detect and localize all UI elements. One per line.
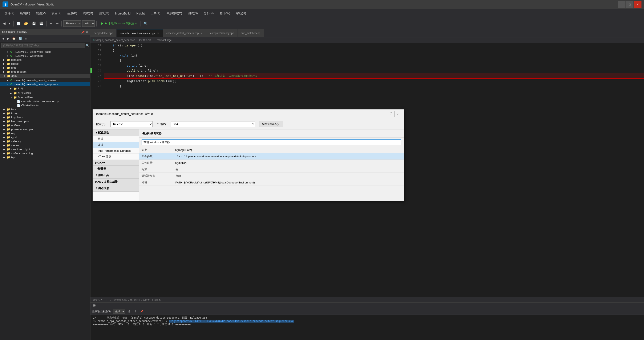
menu-tools[interactable]: 工具(T)	[148, 10, 163, 17]
editor-tab[interactable]: peopledetect.cpp	[90, 29, 116, 37]
menu-build[interactable]: 生成(B)	[64, 10, 80, 17]
props-debugger-input[interactable]	[142, 139, 401, 145]
undo-btn[interactable]: ↩	[48, 20, 54, 26]
tree-item[interactable]: ▶📁fuzzy	[0, 111, 90, 115]
props-prop-value[interactable]: $(OutDir)	[173, 160, 404, 166]
props-table-row[interactable]: 环境 PATH=$(VCRedistPaths)%PATH%$(LocalDeb…	[139, 179, 404, 186]
tree-item[interactable]: ▶📁引用	[0, 86, 90, 91]
line-content[interactable]: {	[104, 58, 644, 63]
props-cat-manifest-header[interactable]: ▷清单工具	[93, 172, 139, 179]
tree-item[interactable]: ▶📁dnn	[0, 66, 90, 70]
props-prop-value[interactable]: ../../../../../opencv_contrib/modules/dp…	[173, 153, 404, 160]
line-content[interactable]: imgFileList.push_back(line);	[104, 79, 644, 84]
tree-item[interactable]: ▶⚙(sample) cascade_detect_camera	[0, 78, 90, 82]
se-search-input[interactable]	[1, 43, 85, 48]
se-search-icon[interactable]: 🔍	[86, 44, 89, 47]
tree-item[interactable]: ▶📁stereo	[0, 143, 90, 147]
editor-tab[interactable]: cascade_detect_camera.cpp✕	[163, 29, 207, 37]
tree-item[interactable]: ▼📁Source Files	[0, 95, 90, 99]
menu-nsight[interactable]: Nsight	[134, 10, 148, 16]
menu-edit[interactable]: 编辑(E)	[17, 10, 33, 17]
tree-item[interactable]: ▶📁optflow	[0, 123, 90, 127]
props-config-select[interactable]: Release Debug	[110, 121, 152, 127]
props-table-row[interactable]: 命令 $(TargetPath)	[139, 147, 404, 153]
menu-team[interactable]: 团队(M)	[96, 10, 112, 17]
line-content[interactable]: line.erase(line.find_last_not_of('\r') +…	[104, 73, 644, 79]
menu-incredibuild[interactable]: IncrediBuild	[112, 10, 134, 16]
tab-close-btn[interactable]: ✕	[156, 32, 160, 35]
window-maximize-btn[interactable]: □	[626, 1, 634, 8]
props-prop-value[interactable]: 否	[173, 166, 404, 173]
output-clear-btn[interactable]: 🗑	[127, 309, 132, 314]
new-file-btn[interactable]: 📄	[15, 20, 22, 26]
line-content[interactable]: if (in.is_open())	[104, 43, 644, 48]
se-props-btn[interactable]: —	[29, 36, 34, 41]
tree-item[interactable]: ▶📁directx	[0, 62, 90, 66]
menu-window[interactable]: 窗口(W)	[216, 10, 233, 17]
zoom-dropdown[interactable]: ▾	[101, 298, 102, 301]
props-prop-value[interactable]: PATH=$(VCRedistPaths)%PATH%$(LocalDebugg…	[173, 179, 404, 186]
se-close-btn[interactable]: ✕	[86, 31, 88, 34]
menu-test[interactable]: 测试(S)	[185, 10, 201, 17]
se-pin-btn[interactable]: 📌	[81, 31, 84, 34]
output-source-select[interactable]: 生成	[113, 309, 125, 314]
props-prop-value[interactable]: 自动	[173, 173, 404, 179]
se-filter-btn[interactable]: ⚙	[24, 36, 28, 41]
editor-tab[interactable]: surf_matcher.cpp	[238, 29, 264, 37]
props-cat-cpp-header[interactable]: ▷C/C++	[93, 160, 139, 166]
window-minimize-btn[interactable]: —	[618, 1, 626, 8]
line-content[interactable]: {	[104, 48, 644, 53]
search-btn[interactable]: 🔍	[142, 20, 149, 26]
tree-item[interactable]: ▶📁rgbd	[0, 135, 90, 139]
props-cat-debug[interactable]: 调试	[93, 142, 139, 148]
tree-item[interactable]: ▶📁saliency	[0, 139, 90, 143]
props-platform-select[interactable]: x64	[171, 121, 255, 127]
menu-architecture[interactable]: 体系结构(C)	[163, 10, 185, 17]
se-back-btn[interactable]: ◀	[1, 36, 6, 41]
props-cat-browse-header[interactable]: ▷浏览信息	[93, 185, 139, 192]
output-pin-btn[interactable]: 📌	[139, 309, 145, 314]
configuration-select[interactable]: Release Debug	[63, 20, 82, 27]
save-all-btn[interactable]: 💾	[38, 20, 45, 26]
platform-select[interactable]: x64 x86	[82, 20, 95, 27]
props-cat-linker-header[interactable]: ▷链接器	[93, 166, 139, 172]
tree-item[interactable]: ▶📁surface_matching	[0, 151, 90, 155]
menu-project[interactable]: 项目(P)	[48, 10, 64, 17]
tree-item[interactable]: ▼⚙(sample) cascade_detect_sequence	[0, 82, 90, 86]
tab-close-btn[interactable]: ✕	[200, 32, 203, 35]
output-wrap-btn[interactable]: ⤵	[134, 309, 138, 314]
back-button[interactable]: ◀	[2, 20, 7, 26]
props-config-manager-btn[interactable]: 配置管理器(O)...	[259, 121, 283, 127]
tree-item[interactable]: 📄CMakeLists.txt	[0, 103, 90, 107]
props-cat-general[interactable]: 常规	[93, 136, 139, 142]
menu-help[interactable]: 帮助(H)	[233, 10, 249, 17]
props-cat-vcpp[interactable]: VC++ 目录	[93, 154, 139, 160]
se-home-btn[interactable]: 🏠	[11, 36, 17, 41]
open-btn[interactable]: 📂	[23, 20, 30, 26]
editor-tab[interactable]: cascade_detect_sequence.cpp✕	[116, 29, 163, 37]
tree-item[interactable]: ▶⚙(EXAMPLE) videowriter_basic	[0, 50, 90, 54]
tree-item[interactable]: 📄cascade_detect_sequence.cpp	[0, 99, 90, 103]
menu-analyze[interactable]: 分析(N)	[201, 10, 216, 17]
props-help-btn[interactable]: ?	[390, 111, 392, 117]
props-table-row[interactable]: 调试器类型 自动	[139, 173, 404, 179]
menu-debug[interactable]: 调试(D)	[80, 10, 96, 17]
tree-item[interactable]: ▼📁dpm	[0, 74, 90, 78]
props-cat-config-header[interactable]: ▲配置属性	[93, 130, 139, 136]
menu-file[interactable]: 文件(F)	[2, 10, 17, 17]
dropdown-back[interactable]: ▾	[8, 20, 12, 26]
editor-tab[interactable]: computeSaliency.cpp	[207, 29, 238, 37]
se-refresh-btn[interactable]: 🔄	[17, 36, 23, 41]
tree-item[interactable]: ▶📁datasets	[0, 58, 90, 62]
line-content[interactable]: while (in)	[104, 53, 644, 58]
props-cat-intel[interactable]: Intel Performance Libraries	[93, 148, 139, 154]
redo-btn[interactable]: ↪	[54, 20, 60, 26]
save-btn[interactable]: 💾	[30, 20, 37, 26]
tree-item[interactable]: ▶📁phase_unwrapping	[0, 127, 90, 131]
props-cat-xml-header[interactable]: ▷XML 文档生成器	[93, 179, 139, 185]
tree-item[interactable]: ▶⚙(EXAMPLE) watershed	[0, 54, 90, 58]
props-table-row[interactable]: 命令参数 ../../../../../opencv_contrib/modul…	[139, 153, 404, 160]
tree-item[interactable]: ▶📁img_hash	[0, 115, 90, 119]
tree-item[interactable]: ▶📁reg	[0, 131, 90, 135]
tree-item[interactable]: ▶📁tapi	[0, 155, 90, 159]
